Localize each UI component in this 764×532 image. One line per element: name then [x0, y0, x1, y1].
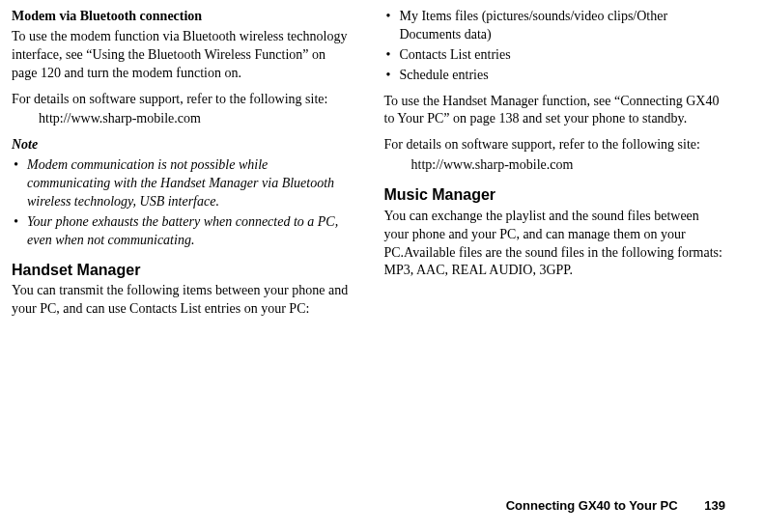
handset-paragraph-2: For details on software support, refer t… [384, 136, 726, 154]
handset-manager-paragraph: You can transmit the following items bet… [12, 282, 354, 319]
left-column: Modem via Bluetooth connection To use th… [12, 8, 354, 326]
handset-url: http://www.sharp-mobile.com [384, 156, 726, 175]
modem-paragraph-1: To use the modem function via Bluetooth … [12, 28, 354, 83]
page-number: 139 [704, 498, 725, 513]
music-manager-heading: Music Manager [384, 184, 726, 206]
handset-paragraph-1: To use the Handset Manager function, see… [384, 93, 726, 129]
handset-items-list: My Items files (pictures/sounds/video cl… [384, 8, 726, 85]
modem-paragraph-2: For details on software support, refer t… [12, 91, 354, 109]
handset-item: Contacts List entries [384, 46, 726, 65]
page-footer: Connecting GX40 to Your PC 139 [506, 497, 725, 515]
footer-title: Connecting GX40 to Your PC [506, 498, 678, 513]
handset-manager-heading: Handset Manager [12, 260, 354, 281]
note-item: Modem communication is not possible whil… [12, 156, 354, 211]
note-item: Your phone exhausts the battery when con… [12, 213, 354, 250]
two-column-layout: Modem via Bluetooth connection To use th… [12, 8, 725, 326]
handset-item: My Items files (pictures/sounds/video cl… [384, 8, 726, 44]
right-column: My Items files (pictures/sounds/video cl… [384, 8, 726, 326]
music-manager-paragraph: You can exchange the playlist and the so… [384, 208, 726, 281]
modem-heading: Modem via Bluetooth connection [12, 8, 354, 26]
note-list: Modem communication is not possible whil… [12, 156, 354, 249]
modem-url: http://www.sharp-mobile.com [12, 110, 354, 128]
handset-item: Schedule entries [384, 67, 726, 85]
note-label: Note [12, 136, 354, 154]
